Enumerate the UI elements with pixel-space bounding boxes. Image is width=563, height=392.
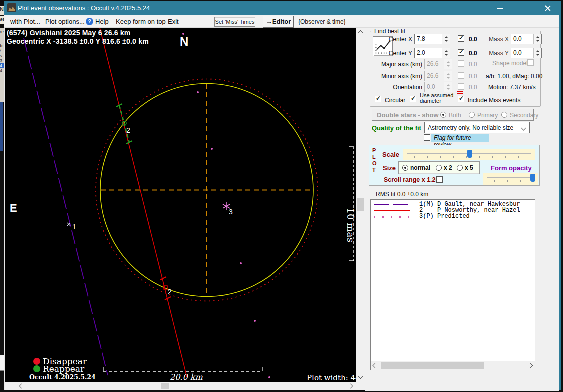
center-y-offset: 0.0: [469, 50, 477, 57]
mass-y-spinner[interactable]: 0.0: [511, 48, 542, 58]
double-primary-radio: [469, 112, 475, 118]
slider-thumb[interactable]: [530, 174, 535, 182]
double-stars-label: Double stars - show: [377, 111, 439, 119]
predicted-label: 3: [229, 208, 233, 216]
predicted-line-sample: [374, 216, 410, 218]
reappear-errorbar: [116, 104, 132, 144]
mass-x-spinner[interactable]: 0.0: [511, 34, 542, 44]
size-x2-label: x 2: [444, 164, 452, 171]
scale-bar: [103, 367, 262, 371]
mas-scale-label: 10 mas: [345, 208, 356, 242]
size-label: Size: [383, 164, 396, 172]
help-icon[interactable]: ?: [86, 18, 93, 25]
minimize-button[interactable]: [489, 2, 511, 15]
center-x-offset: 0.0: [469, 36, 477, 43]
version-label: Occult 4.2025.5.24: [29, 373, 96, 381]
menu-plot-options[interactable]: Plot options...: [45, 18, 85, 25]
double-secondary-label: Secondary: [510, 112, 538, 119]
north-label: N: [180, 35, 188, 49]
center-y-value[interactable]: 2.0: [417, 49, 425, 56]
mass-y-value[interactable]: 0.0: [513, 49, 522, 56]
plot-vertical-scrollbar[interactable]: [356, 28, 365, 382]
center-y-label: Center Y: [382, 50, 412, 57]
spinner-arrows[interactable]: [442, 48, 450, 58]
size-normal-radio[interactable]: [402, 165, 408, 171]
titlebar[interactable]: Plot event observations : Occult v.4.202…: [4, 1, 559, 15]
major-axis-offset: 0.0: [469, 61, 477, 68]
size-x5-radio[interactable]: [457, 165, 463, 171]
chord-2-bottom-label: 2: [168, 288, 172, 296]
chord-1-line: [24, 38, 108, 375]
chord-2-top-label: 2: [126, 126, 130, 134]
include-miss-checkbox[interactable]: [458, 96, 464, 102]
plot-canvas[interactable]: (6574) Gvishiani 2025 May 6 26.6 km Geoc…: [5, 28, 356, 382]
circular-checkbox[interactable]: [375, 96, 381, 102]
menubar: with Plot... Plot options... ? Help Keep…: [4, 15, 559, 28]
observation-row[interactable]: 3(P) Predicted: [419, 213, 470, 220]
control-panel: Find best fit Center X 7.8 0.0 Mass X 0.…: [365, 28, 559, 391]
background-window-fragment: [0, 102, 3, 151]
slider-thumb[interactable]: [467, 150, 472, 158]
center-x-value[interactable]: 7.8: [417, 35, 425, 42]
center-y-checkbox[interactable]: [458, 49, 464, 56]
close-button[interactable]: [537, 2, 559, 15]
chord-2-line: [100, 28, 187, 377]
mas-bracket: [349, 147, 354, 261]
center-x-checkbox[interactable]: [458, 35, 464, 42]
rms-label: RMS fit 0.0 ±0.0 km: [376, 191, 428, 198]
scrollbar-thumb[interactable]: [161, 383, 169, 389]
chord-1-label: 1: [72, 223, 76, 231]
plot-letter-t: T: [372, 167, 376, 173]
scrollbar-corner: [356, 382, 365, 390]
find-best-fit-label: Find best fit: [373, 28, 407, 35]
major-axis-value: 26.6: [427, 60, 438, 67]
scrollbar-thumb[interactable]: [381, 362, 484, 369]
use-assumed-checkbox[interactable]: [410, 96, 416, 102]
spinner-arrows[interactable]: [442, 34, 450, 44]
plot-horizontal-scrollbar[interactable]: [5, 382, 356, 390]
menu-exit[interactable]: Exit: [168, 18, 179, 25]
quality-value: Astrometry only. No reliable size: [428, 124, 513, 131]
double-both-label: Both: [449, 112, 461, 119]
app-icon: [7, 3, 16, 12]
spinner-arrows: [444, 82, 452, 92]
spinner-arrows[interactable]: [533, 34, 541, 44]
observations-listbox[interactable]: 1(M) D Gault, near Hawkesbur 2 P Noswort…: [370, 199, 535, 370]
minor-axis-spinner: 26.6: [424, 71, 452, 81]
spinner-arrows: [444, 71, 452, 81]
circular-label: Circular: [385, 97, 405, 104]
mass-x-value[interactable]: 0.0: [513, 35, 522, 42]
east-label: E: [10, 202, 17, 215]
scroll-range-checkbox[interactable]: [436, 176, 443, 183]
editor-button[interactable]: →Editor: [263, 16, 294, 28]
orientation-checkbox: [458, 83, 464, 90]
mass-x-label: Mass X: [487, 36, 509, 43]
plot-letter-o: O: [372, 160, 377, 166]
center-x-spinner[interactable]: 7.8: [414, 34, 450, 44]
shape-model-checkbox: [527, 59, 534, 66]
menu-with-plot[interactable]: with Plot...: [10, 18, 40, 25]
double-both-radio: [440, 112, 446, 118]
shape-model-label: Shape model: [492, 60, 528, 67]
form-opacity-label: Form opacity: [491, 164, 532, 172]
listbox-horizontal-scrollbar[interactable]: [371, 361, 535, 370]
scale-slider[interactable]: [403, 149, 535, 160]
scale-label: Scale: [382, 151, 399, 158]
spinner-arrows[interactable]: [533, 48, 541, 58]
set-miss-times-button[interactable]: Set 'Miss' Times: [214, 17, 255, 27]
menu-help[interactable]: Help: [95, 18, 109, 25]
menu-keep-on-top[interactable]: Keep form on top: [116, 18, 166, 25]
form-opacity-slider[interactable]: [483, 173, 538, 185]
center-y-spinner[interactable]: 2.0: [414, 48, 450, 58]
double-primary-label: Primary: [477, 112, 498, 119]
flag-checkbox[interactable]: [424, 134, 430, 141]
maximize-button[interactable]: [513, 2, 535, 15]
size-normal-label: normal: [410, 164, 430, 171]
scrollbar-thumb[interactable]: [357, 198, 364, 211]
size-x2-radio[interactable]: [436, 165, 442, 171]
legend-reappear: Reappear: [43, 364, 84, 374]
observer-time-label: {Observer & time}: [298, 18, 346, 25]
minor-axis-checkbox: [458, 72, 464, 79]
quality-combobox[interactable]: Astrometry only. No reliable size: [424, 122, 530, 133]
chord-1-line-sample: [374, 204, 410, 205]
